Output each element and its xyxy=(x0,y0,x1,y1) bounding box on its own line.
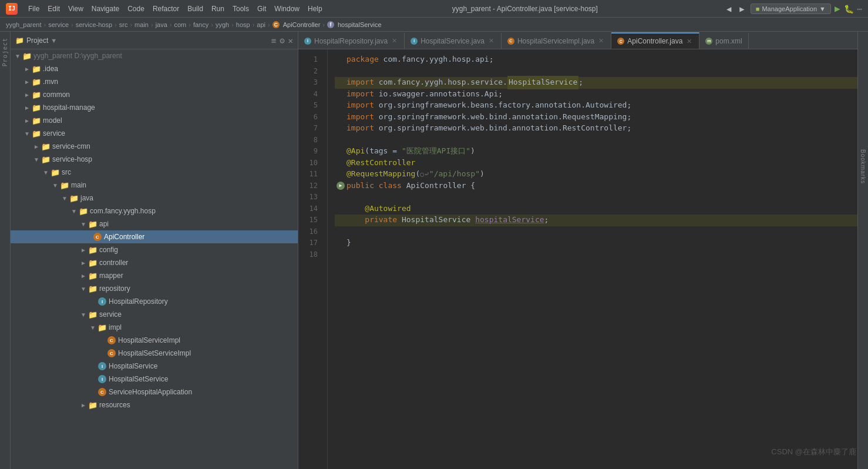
menu-code[interactable]: Code xyxy=(124,4,148,14)
tree-item-impl[interactable]: ▼ 📁 impl xyxy=(11,321,298,334)
arrow-package: ▼ xyxy=(69,206,79,216)
menu-view[interactable]: View xyxy=(65,4,87,14)
menu-run[interactable]: Run xyxy=(208,4,228,14)
tree-item-hospitalrepository[interactable]: I HospitalRepository xyxy=(11,295,298,308)
cls-api: Api xyxy=(485,88,498,101)
tab-pomxml[interactable]: m pom.xml xyxy=(699,32,748,49)
forward-button[interactable]: ▶ xyxy=(737,3,746,15)
tab-close-hospitalservice[interactable]: ✕ xyxy=(487,36,495,45)
main-area: Project 📁 Project ▼ ≡ ⚙ ✕ ▼ 📁 yygh_paren… xyxy=(0,32,868,469)
breadcrumb-api[interactable]: api xyxy=(257,21,265,28)
breadcrumb-root[interactable]: yygh_parent xyxy=(6,21,42,28)
tab-close-hospitalrepository[interactable]: ✕ xyxy=(391,36,398,45)
tree-item-java[interactable]: ▼ 📁 java xyxy=(11,192,298,205)
breadcrumb-java[interactable]: java xyxy=(156,21,167,28)
code-line-1: package com.fancy.yygh.hosp.api; xyxy=(335,54,857,66)
breadcrumb-main[interactable]: main xyxy=(134,21,149,28)
tree-item-servicehospitalapplication[interactable]: C ServiceHospitalApplication xyxy=(11,386,298,398)
str-requestmapping-value: "/api/hosp" xyxy=(429,168,480,180)
panel-dropdown-icon[interactable]: ▼ xyxy=(51,37,57,44)
run-button[interactable]: ▶ xyxy=(835,3,840,14)
tree-item-common[interactable]: ► 📁 common xyxy=(11,88,298,101)
tree-item-service-folder[interactable]: ▼ 📁 service xyxy=(11,308,298,321)
tree-item-service-hosp[interactable]: ▼ 📁 service-hosp xyxy=(11,153,298,166)
run-config-selector[interactable]: ■ ManageApplication ▼ xyxy=(751,4,831,14)
menu-file[interactable]: File xyxy=(25,4,43,14)
code-editor[interactable]: 1 2 3 4 5 6 7 8 9 10 11 12 13 14 15 16 1… xyxy=(298,49,857,469)
bookmark-label: Bookmarks xyxy=(860,149,866,184)
tree-item-mapper[interactable]: ► 📁 mapper xyxy=(11,269,298,282)
tree-item-mvn[interactable]: ► 📁 .mvn xyxy=(11,75,298,88)
breadcrumb-service[interactable]: service xyxy=(48,21,69,28)
breadcrumb-hosp[interactable]: hosp xyxy=(236,21,250,28)
tree-item-src[interactable]: ▼ 📁 src xyxy=(11,166,298,179)
more-button[interactable]: ⋯ xyxy=(857,4,862,14)
tree-item-hospitalservice[interactable]: I HospitalService xyxy=(11,360,298,373)
tab-hospitalserviceimpl[interactable]: C HospitalServiceImpl.java ✕ xyxy=(502,32,611,49)
arrow-service-folder: ▼ xyxy=(79,310,88,319)
panel-actions: ≡ ⚙ ✕ xyxy=(271,36,293,45)
breadcrumb-service-hosp[interactable]: service-hosp xyxy=(76,21,112,28)
code-line-18 xyxy=(335,249,857,261)
tree-item-hospitalsetserviceimpl[interactable]: C HospitalSetServiceImpl xyxy=(11,347,298,360)
package-icon: 📁 xyxy=(79,206,88,216)
line-num-10: 10 xyxy=(298,158,322,169)
tab-close-apicontroller[interactable]: ✕ xyxy=(685,37,693,46)
breadcrumb-apicontroller[interactable]: ApiController xyxy=(283,21,321,28)
arrow-impl: ▼ xyxy=(88,323,97,332)
tree-item-controller[interactable]: ► 📁 controller xyxy=(11,256,298,269)
breadcrumb-fancy[interactable]: fancy xyxy=(193,21,208,28)
arrow-model: ► xyxy=(22,116,32,125)
tab-hospitalservice[interactable]: I HospitalService.java ✕ xyxy=(405,32,502,49)
tree-item-hospitalsetservice[interactable]: I HospitalSetService xyxy=(11,373,298,386)
menu-build[interactable]: Build xyxy=(184,4,207,14)
code-content[interactable]: package com.fancy.yygh.hosp.api; import … xyxy=(328,49,857,469)
tab-close-hospitalserviceimpl[interactable]: ✕ xyxy=(597,36,605,45)
collapse-all-icon[interactable]: ≡ xyxy=(271,36,276,45)
tree-item-repository[interactable]: ▼ 📁 repository xyxy=(11,282,298,295)
gutter-run-icon-12[interactable]: ▶ xyxy=(337,182,345,190)
code-line-9: @Api(tags = "医院管理API接口") xyxy=(335,146,857,158)
cls-requestmapping: RequestMapping xyxy=(563,111,627,123)
tree-item-root[interactable]: ▼ 📁 yygh_parent D:\yygh_parent xyxy=(11,49,298,62)
menu-help[interactable]: Help xyxy=(304,4,326,14)
kw-import-7: import xyxy=(346,122,374,135)
project-tree[interactable]: ▼ 📁 yygh_parent D:\yygh_parent ► 📁 .idea… xyxy=(11,49,298,469)
tab-label-apicontroller: ApiController.java xyxy=(627,37,682,45)
debug-button[interactable]: 🐛 xyxy=(844,4,854,14)
kw-import-5: import xyxy=(346,99,374,112)
tree-item-config[interactable]: ► 📁 config xyxy=(11,243,298,256)
tree-item-hospitalserviceimpl[interactable]: C HospitalServiceImpl xyxy=(11,334,298,347)
tree-item-package[interactable]: ▼ 📁 com.fancy.yygh.hosp xyxy=(11,205,298,217)
menu-tools[interactable]: Tools xyxy=(229,4,253,14)
menu-window[interactable]: Window xyxy=(271,4,303,14)
cls-autowired: Autowired xyxy=(586,99,627,112)
tree-item-apicontroller[interactable]: C ApiController xyxy=(11,230,298,243)
tree-item-idea[interactable]: ► 📁 .idea xyxy=(11,62,298,75)
arrow-hospitalserviceimpl xyxy=(102,336,107,345)
menu-refactor[interactable]: Refactor xyxy=(149,4,183,14)
tree-item-main[interactable]: ▼ 📁 main xyxy=(11,179,298,192)
tree-item-hospital-manage[interactable]: ► 📁 hospital-manage xyxy=(11,101,298,114)
menu-edit[interactable]: Edit xyxy=(44,4,63,14)
breadcrumb-src[interactable]: src xyxy=(119,21,128,28)
breadcrumb-hospitalservice[interactable]: hospitalService xyxy=(338,21,382,28)
back-button[interactable]: ◀ xyxy=(724,3,734,15)
tab-hospitalrepository[interactable]: I HospitalRepository.java ✕ xyxy=(298,32,405,49)
tree-label-api: api xyxy=(99,220,109,228)
menu-git[interactable]: Git xyxy=(254,4,270,14)
menu-navigate[interactable]: Navigate xyxy=(88,4,123,14)
tree-item-service-cmn[interactable]: ► 📁 service-cmn xyxy=(11,140,298,153)
tree-item-resources[interactable]: ► 📁 resources xyxy=(11,398,298,411)
breadcrumb-com[interactable]: com xyxy=(174,21,186,28)
breadcrumb-yygh[interactable]: yygh xyxy=(216,21,229,28)
tree-item-service[interactable]: ▼ 📁 service xyxy=(11,127,298,140)
panel-header: 📁 Project ▼ ≡ ⚙ ✕ xyxy=(11,32,298,49)
tree-item-api[interactable]: ▼ 📁 api xyxy=(11,217,298,230)
tree-item-model[interactable]: ► 📁 model xyxy=(11,114,298,127)
line-num-4: 4 xyxy=(298,89,322,101)
settings-icon[interactable]: ⚙ xyxy=(280,36,284,45)
tree-label-service: service xyxy=(43,129,65,138)
close-panel-icon[interactable]: ✕ xyxy=(288,36,293,45)
tab-apicontroller[interactable]: C ApiController.java ✕ xyxy=(611,32,699,49)
